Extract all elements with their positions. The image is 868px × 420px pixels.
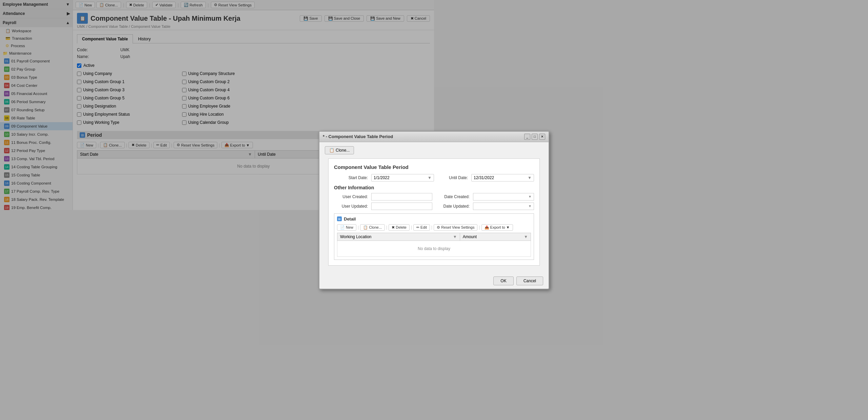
modal-other-info: Other Information User Created: Date Cre… — [334, 185, 434, 210]
other-info-grid: User Created: Date Created: ▼ User Updat… — [334, 193, 434, 210]
start-date-dropdown-arrow[interactable]: ▼ — [428, 175, 432, 180]
modal-clone-button[interactable]: 📋 Clone... — [325, 146, 354, 154]
user-updated-input[interactable] — [371, 203, 432, 210]
modal-title: * - Component Value Table Period — [323, 134, 393, 139]
modal-titlebar: * - Component Value Table Period _ □ ✕ — [319, 132, 434, 142]
user-created-label: User Created: — [334, 194, 368, 199]
user-updated-label: User Updated: — [334, 204, 368, 209]
modal-component-value-table-period: * - Component Value Table Period _ □ ✕ 📋… — [319, 131, 434, 210]
user-created-input[interactable] — [371, 193, 432, 201]
modal-form-body: Component Value Table Period Start Date:… — [328, 158, 434, 210]
start-date-label: Start Date: — [334, 175, 368, 180]
other-info-title: Other Information — [334, 185, 434, 190]
modal-body-wrapper: 📋 Clone... Component Value Table Period … — [319, 142, 434, 210]
modal-dates-row: Start Date: 1/1/2022 ▼ Until Date: 12/31… — [334, 174, 434, 182]
start-date-input[interactable]: 1/1/2022 ▼ — [371, 174, 434, 182]
modal-clone-label: Clone... — [336, 148, 350, 153]
modal-overlay: * - Component Value Table Period _ □ ✕ 📋… — [0, 0, 434, 210]
modal-clone-icon: 📋 — [329, 148, 334, 153]
start-date-value: 1/1/2022 — [374, 175, 428, 180]
modal-section-title: Component Value Table Period — [334, 164, 434, 170]
